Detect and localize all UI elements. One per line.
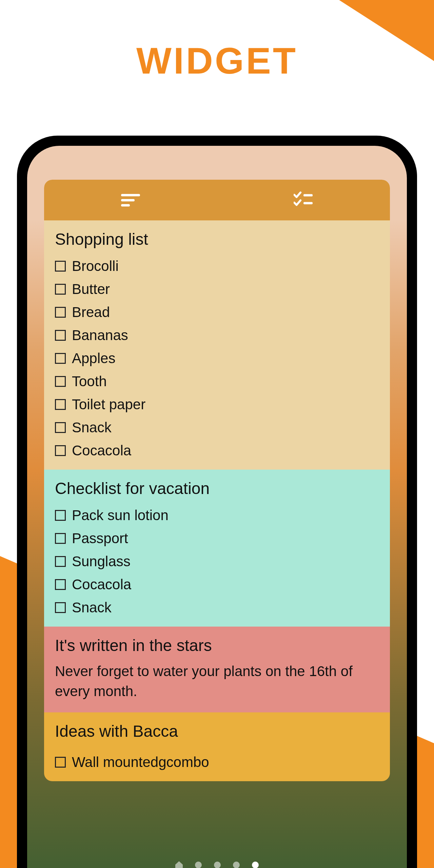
check-item[interactable]: Passport	[55, 530, 379, 547]
item-label: Cocacola	[72, 442, 131, 459]
page-dot[interactable]	[233, 862, 240, 868]
phone-frame: Shopping list Brocolli Butter Bread Bana…	[17, 136, 417, 868]
check-item[interactable]: Wall mountedgcombo	[55, 754, 379, 770]
check-item[interactable]: Cocacola	[55, 442, 379, 459]
checkbox-icon[interactable]	[55, 445, 66, 456]
item-label: Sunglass	[72, 553, 131, 570]
check-item[interactable]: Bread	[55, 304, 379, 320]
widget-header	[44, 180, 390, 220]
checkbox-icon[interactable]	[55, 579, 66, 590]
corner-accent-top	[339, 0, 434, 61]
home-indicator-icon[interactable]	[175, 861, 183, 868]
checkbox-icon[interactable]	[55, 261, 66, 272]
item-label: Pack sun lotion	[72, 507, 169, 524]
note-title: It's written in the stars	[55, 636, 379, 655]
item-label: Snack	[72, 599, 112, 616]
note-title: Checklist for vacation	[55, 479, 379, 498]
check-item[interactable]: Snack	[55, 419, 379, 436]
item-label: Passport	[72, 530, 128, 547]
checkbox-icon[interactable]	[55, 330, 66, 341]
checkbox-icon[interactable]	[55, 757, 66, 768]
checklist-icon	[294, 191, 313, 209]
note-vacation-checklist[interactable]: Checklist for vacation Pack sun lotion P…	[44, 470, 390, 627]
svg-rect-0	[303, 194, 313, 197]
item-label: Toilet paper	[72, 396, 145, 413]
check-item[interactable]: Toilet paper	[55, 396, 379, 413]
page-dot[interactable]	[195, 862, 202, 868]
note-shopping-list[interactable]: Shopping list Brocolli Butter Bread Bana…	[44, 220, 390, 470]
svg-rect-1	[303, 202, 313, 204]
checkbox-icon[interactable]	[55, 533, 66, 544]
checkbox-icon[interactable]	[55, 602, 66, 613]
sort-lines-icon	[121, 194, 140, 206]
item-label: Wall mountedgcombo	[72, 754, 209, 770]
check-item[interactable]: Snack	[55, 599, 379, 616]
item-label: Cocacola	[72, 576, 131, 593]
notes-widget[interactable]: Shopping list Brocolli Butter Bread Bana…	[44, 180, 390, 781]
widget-tab-notes[interactable]	[44, 194, 217, 206]
note-items: Wall mountedgcombo	[55, 754, 379, 770]
checkbox-icon[interactable]	[55, 556, 66, 567]
check-item[interactable]: Pack sun lotion	[55, 507, 379, 524]
check-item[interactable]: Brocolli	[55, 258, 379, 274]
check-item[interactable]: Tooth	[55, 373, 379, 390]
note-items: Pack sun lotion Passport Sunglass Cocaco…	[55, 507, 379, 616]
item-label: Apples	[72, 350, 115, 367]
checkbox-icon[interactable]	[55, 399, 66, 410]
checkbox-icon[interactable]	[55, 510, 66, 521]
page-dot[interactable]	[214, 862, 221, 868]
check-item[interactable]: Bananas	[55, 327, 379, 343]
checkbox-icon[interactable]	[55, 284, 66, 295]
item-label: Bananas	[72, 327, 128, 343]
checkbox-icon[interactable]	[55, 376, 66, 387]
check-item[interactable]: Apples	[55, 350, 379, 367]
page-dot[interactable]	[252, 862, 259, 868]
check-item[interactable]: Butter	[55, 281, 379, 297]
check-item[interactable]: Cocacola	[55, 576, 379, 593]
note-written-in-stars[interactable]: It's written in the stars Never forget t…	[44, 627, 390, 712]
checkbox-icon[interactable]	[55, 307, 66, 318]
checkbox-icon[interactable]	[55, 422, 66, 433]
item-label: Brocolli	[72, 258, 119, 274]
note-ideas-bacca[interactable]: Ideas with Bacca Wall mountedgcombo	[44, 712, 390, 781]
check-item[interactable]: Sunglass	[55, 553, 379, 570]
note-title: Shopping list	[55, 230, 379, 249]
page-title: WIDGET	[136, 39, 298, 82]
item-label: Tooth	[72, 373, 107, 390]
home-page-indicator[interactable]	[175, 861, 259, 868]
item-label: Snack	[72, 419, 112, 436]
item-label: Bread	[72, 304, 110, 320]
checkbox-icon[interactable]	[55, 353, 66, 364]
item-label: Butter	[72, 281, 110, 297]
note-items: Brocolli Butter Bread Bananas Apples Too…	[55, 258, 379, 459]
widget-tab-checklist[interactable]	[217, 191, 390, 209]
note-title: Ideas with Bacca	[55, 722, 379, 741]
note-body: Never forget to water your plants on the…	[55, 662, 379, 702]
phone-screen: Shopping list Brocolli Butter Bread Bana…	[27, 146, 407, 868]
